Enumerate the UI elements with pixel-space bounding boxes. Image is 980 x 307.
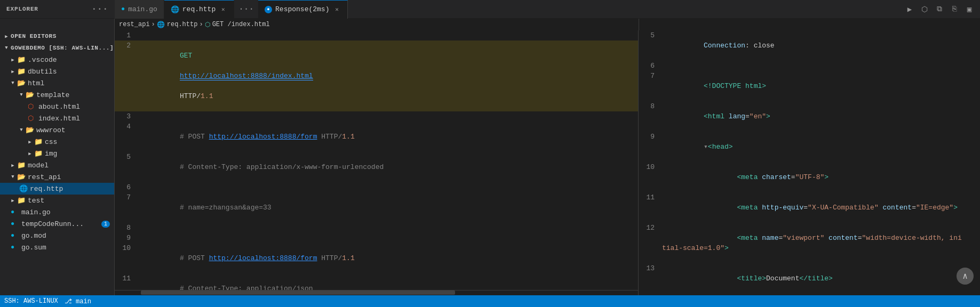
wwwroot-label: wwwroot [36,126,66,134]
editor-scrollbar-h[interactable] [115,290,638,295]
layout-icon[interactable]: ▣ [963,3,976,15]
url-get: http://localhost:8888/index.html [180,72,313,80]
code-line-2: 2 GET http://localhost:8888/index.html H… [115,41,638,111]
line-num-9: 9 [115,233,136,243]
line-num-11: 11 [115,273,136,284]
run-button[interactable]: ▶ [903,3,916,15]
resp-num-14: 14 [639,294,660,295]
folder-icon: 📁 [34,149,43,158]
status-bar-ssh[interactable]: SSH: AWS-LINUX [4,297,58,305]
sidebar-item-wwwroot[interactable]: ▼ 📂 wwwroot [0,124,114,136]
line-content-5: # Content-Type: application/x-www-form-u… [136,152,638,182]
breadcrumb-method-icon: ⬡ [205,21,210,29]
toolbar-right: ▶ ⬡ ⧉ ⎘ ▣ [899,3,980,15]
sidebar-section-open-editors[interactable]: ▶ OPEN EDITORS [0,30,114,42]
resp-num-9: 9 [639,132,660,142]
folder-icon: 📁 [34,138,43,146]
sidebar-item-go-sum[interactable]: ● go.sum [0,241,114,253]
go-icon: ● [121,5,125,13]
explorer-more-icon[interactable]: ··· [92,4,108,14]
split-editor-icon[interactable]: ⧉ [933,3,946,15]
explorer-title: EXPLORER [6,6,38,12]
line-num-3: 3 [115,111,136,122]
gowebdemo-arrow: ▼ [2,45,11,51]
resp-line-13: 13 <title>Document</title> [639,263,980,294]
line-num-7: 7 [115,192,136,203]
sidebar-item-css[interactable]: ▶ 📁 css [0,136,114,148]
main-area: ▶ OPEN EDITORS ▼ GOWEBDEMO [SSH: AWS-LIN… [0,30,980,295]
html-file-icon: ⬡ [28,102,36,111]
status-bar: SSH: AWS-LINUX ⎇ main [0,295,980,307]
sidebar-item-img[interactable]: ▶ 📁 img [0,148,114,159]
resp-num-12: 12 [639,223,660,233]
resp-line-6: 6 [639,61,980,71]
go-file-icon: ● [11,244,19,251]
line-content-4: # POST http://localhost:8888/form HTTP/1… [136,122,638,152]
line-content-7: # name=zhangsan&age=33 [136,192,638,223]
http-icon: 🌐 [171,5,179,14]
editor-content[interactable]: 1 2 GET http://localhost:8888/index.html… [115,30,638,290]
sidebar-item-index-html[interactable]: ⬡ index.html [0,112,114,124]
html-file-icon: ⬡ [28,114,36,123]
response-pane: 5 Connection: close 6 7 <!DOCTYPE html> … [639,30,980,295]
folder-open-icon: 📂 [17,79,26,87]
status-bar-branch[interactable]: ⎇ main [65,297,91,305]
go-file-icon: ● [11,232,19,239]
sidebar-item-about-html[interactable]: ⬡ about.html [0,101,114,112]
line-content-11: # Content-Type: application/json [136,273,638,290]
sidebar-item-html[interactable]: ▼ 📂 html [0,77,114,89]
breadcrumb-get-index[interactable]: ⬡ GET /index.html [205,21,270,29]
sidebar-item-model[interactable]: ▶ 📁 model [0,159,114,171]
code-line-4: 4 # POST http://localhost:8888/form HTTP… [115,122,638,152]
resp-content-14: </head> [660,294,980,295]
sidebar-item-req-http[interactable]: 🌐 req.http [0,183,114,195]
sidebar-section-gowebdemo[interactable]: ▼ GOWEBDEMO [SSH: AWS-LIN...] [0,42,114,54]
template-label: template [36,91,69,99]
folder-open-icon: 📂 [26,91,34,99]
collapse-arrow-9[interactable]: ▾ [704,143,708,151]
resp-num-6: 6 [639,61,660,71]
response-tab-close[interactable]: ✕ [332,5,341,14]
sidebar-item-test[interactable]: ▶ 📁 test [0,195,114,206]
response-tab[interactable]: ● Response(2ms) ✕ [258,0,348,19]
resp-content-12: <meta name="viewport" content="width=dev… [660,223,980,263]
code-line-5: 5 # Content-Type: application/x-www-form… [115,152,638,182]
tab-main-go[interactable]: ● main.go [115,0,164,19]
copy-icon[interactable]: ⎘ [948,3,961,15]
main-go-label: main.go [21,208,51,216]
line-num-1: 1 [115,30,136,41]
scroll-up-button[interactable]: ∧ [957,268,974,285]
breadcrumb-req-http-label: req.http [167,21,198,28]
tabs-more-button[interactable]: ··· [234,4,258,14]
http-file-icon: 🌐 [19,184,28,193]
tab-req-http-close[interactable]: ✕ [219,5,227,14]
sidebar-item-vscode[interactable]: ▶ 📁 .vscode [0,54,114,66]
sidebar-item-template[interactable]: ▼ 📂 template [0,89,114,101]
line-num-8: 8 [115,223,136,233]
line-num-2: 2 [115,41,136,51]
sidebar-item-dbutils[interactable]: ▶ 📁 dbutils [0,66,114,77]
index-html-label: index.html [38,115,80,123]
vscode-label: .vscode [28,56,57,64]
folder-icon: 📁 [17,67,26,76]
sidebar-item-rest-api[interactable]: ▼ 📂 rest_api [0,171,114,183]
resp-content-11: <meta http-equiv="X-UA-Compatible" conte… [660,192,980,223]
code-line-3: 3 [115,111,638,122]
breadcrumb-http-icon: 🌐 [157,21,165,29]
test-label: test [28,197,44,205]
resp-line-5: 5 Connection: close [639,30,980,61]
sidebar-item-go-mod[interactable]: ● go.mod [0,230,114,241]
breadcrumb-rest-api[interactable]: rest_api [119,21,150,28]
save-all-icon[interactable]: ⬡ [918,3,931,15]
tab-req-http[interactable]: 🌐 req.http ✕ [164,0,234,19]
line-content-2: GET http://localhost:8888/index.html HTT… [136,41,638,111]
breadcrumb-req-http[interactable]: 🌐 req.http [157,21,198,29]
go-file-icon: ● [11,208,19,216]
open-editors-arrow: ▶ [2,34,11,39]
resp-content-13: <title>Document</title> [660,263,980,294]
response-content[interactable]: 5 Connection: close 6 7 <!DOCTYPE html> … [639,30,980,295]
resp-line-11: 11 <meta http-equiv="X-UA-Compatible" co… [639,192,980,223]
sidebar-item-tempcode[interactable]: ● tempCodeRunn... 1 [0,218,114,230]
sidebar-item-main-go[interactable]: ● main.go [0,206,114,218]
code-line-7: 7 # name=zhangsan&age=33 [115,192,638,223]
